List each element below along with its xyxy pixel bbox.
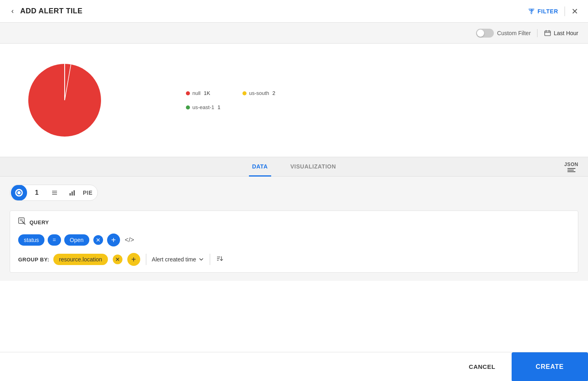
clock-icon: [544, 29, 551, 37]
pie-label: PIE: [81, 189, 97, 196]
legend-item-null: null 1K: [186, 90, 210, 96]
number-chart-button[interactable]: 1: [28, 185, 46, 201]
chevron-down-icon: [198, 257, 204, 262]
svg-point-12: [17, 191, 21, 194]
json-line-1: [567, 168, 575, 169]
query-label: QUERY: [30, 219, 49, 225]
filter-add-button[interactable]: +: [107, 234, 120, 246]
query-icon: [18, 217, 26, 227]
legend-item-us-east: us-east-1 1: [186, 104, 220, 110]
svg-rect-3: [531, 8, 532, 12]
filter-key-tag[interactable]: status: [18, 234, 44, 246]
close-button[interactable]: ✕: [571, 7, 578, 15]
filter-val-tag[interactable]: Open: [64, 234, 89, 246]
custom-filter-toggle[interactable]: [476, 29, 494, 38]
legend-row-2: us-east-1 1: [186, 104, 275, 110]
legend-row-1: null 1K us-south 2: [186, 90, 275, 96]
filter-tags-row: status = Open ✕ + </>: [18, 234, 570, 246]
bar-chart-icon: [69, 189, 76, 196]
json-line-3: [567, 171, 575, 172]
json-button[interactable]: JSON: [564, 162, 578, 172]
query-label-row: QUERY: [18, 217, 570, 227]
pie-chart: [24, 60, 105, 141]
main-content: null 1K us-south 2 us-east-1 1: [0, 44, 588, 352]
alert-time-label: Alert created time: [152, 256, 196, 263]
last-hour-label: Last Hour: [554, 30, 578, 36]
alert-time-button[interactable]: Alert created time: [152, 256, 204, 263]
json-line-2: [567, 170, 574, 171]
legend-label-us-east: us-east-1: [192, 104, 214, 110]
legend-dot-us-south: [242, 91, 247, 95]
legend-value-us-east: 1: [217, 104, 220, 110]
tabs-inner: DATA VISUALIZATION JSON: [0, 157, 588, 176]
cancel-button[interactable]: CANCEL: [453, 352, 512, 381]
svg-line-20: [22, 221, 25, 224]
chart-type-pill: 1 PIE: [10, 185, 98, 201]
chart-area: null 1K us-south 2 us-east-1 1: [0, 44, 588, 157]
json-label: JSON: [564, 162, 578, 167]
legend-dot-null: [186, 91, 190, 95]
filter-button[interactable]: FILTER: [528, 8, 558, 15]
bar-chart-button[interactable]: [63, 185, 81, 201]
filter-bar: Custom Filter Last Hour: [0, 23, 588, 44]
svg-rect-4: [545, 31, 550, 36]
group-by-add-button[interactable]: +: [127, 253, 140, 266]
json-lines-icon: [567, 168, 575, 172]
sort-button[interactable]: [216, 255, 224, 264]
tabs-center: DATA VISUALIZATION: [249, 157, 339, 176]
legend-item-us-south: us-south 2: [242, 90, 275, 96]
filter-bar-divider: [537, 29, 537, 37]
group-by-label: GROUP BY:: [18, 257, 49, 263]
svg-rect-17: [72, 192, 73, 196]
donut-chart-button[interactable]: [11, 185, 27, 201]
group-separator: [146, 254, 146, 265]
sort-icon: [216, 255, 224, 263]
filter-label: FILTER: [537, 8, 558, 15]
create-button[interactable]: CREATE: [512, 352, 588, 381]
legend-label-null: null: [192, 90, 200, 96]
header-left: ‹ ADD ALERT TILE: [10, 5, 82, 17]
legend-value-us-south: 2: [272, 90, 275, 96]
chart-legend: null 1K us-south 2 us-east-1 1: [186, 90, 275, 110]
list-chart-button[interactable]: [46, 185, 63, 201]
search-filter-icon: [18, 217, 26, 225]
group-separator-2: [210, 254, 210, 265]
code-toggle-button[interactable]: </>: [123, 235, 136, 245]
chart-type-row: 1 PIE: [10, 185, 578, 201]
tab-visualization[interactable]: VISUALIZATION: [287, 158, 339, 177]
group-by-value-tag[interactable]: resource.location: [53, 254, 108, 265]
legend-value-null: 1K: [204, 90, 210, 96]
custom-filter-toggle-wrap: Custom Filter: [476, 29, 531, 38]
filter-op-tag[interactable]: =: [48, 234, 61, 246]
bottom-panel: 1 PIE: [0, 177, 588, 281]
group-by-remove-button[interactable]: ✕: [112, 254, 123, 265]
toggle-knob: [477, 29, 484, 37]
header-right: FILTER ✕: [528, 6, 578, 16]
legend-label-us-south: us-south: [249, 90, 269, 96]
tab-data[interactable]: DATA: [249, 158, 271, 177]
page-header: ‹ ADD ALERT TILE FILTER ✕: [0, 0, 588, 23]
donut-icon: [15, 189, 23, 197]
filter-remove-button[interactable]: ✕: [93, 234, 104, 246]
svg-rect-18: [74, 190, 75, 196]
legend-dot-us-east: [186, 105, 190, 109]
svg-rect-16: [70, 193, 71, 196]
last-hour-button[interactable]: Last Hour: [544, 29, 578, 37]
custom-filter-label: Custom Filter: [497, 30, 531, 36]
query-section: QUERY status = Open ✕ + </> GROUP BY: re…: [10, 210, 578, 273]
group-by-row: GROUP BY: resource.location ✕ + Alert cr…: [18, 253, 570, 266]
filter-icon: [528, 8, 535, 15]
footer: CANCEL CREATE: [0, 352, 588, 381]
page-title: ADD ALERT TILE: [20, 7, 82, 15]
tabs-bar: DATA VISUALIZATION JSON: [0, 157, 588, 177]
header-divider: [565, 6, 565, 16]
back-button[interactable]: ‹: [10, 5, 15, 17]
list-icon: [51, 189, 58, 196]
